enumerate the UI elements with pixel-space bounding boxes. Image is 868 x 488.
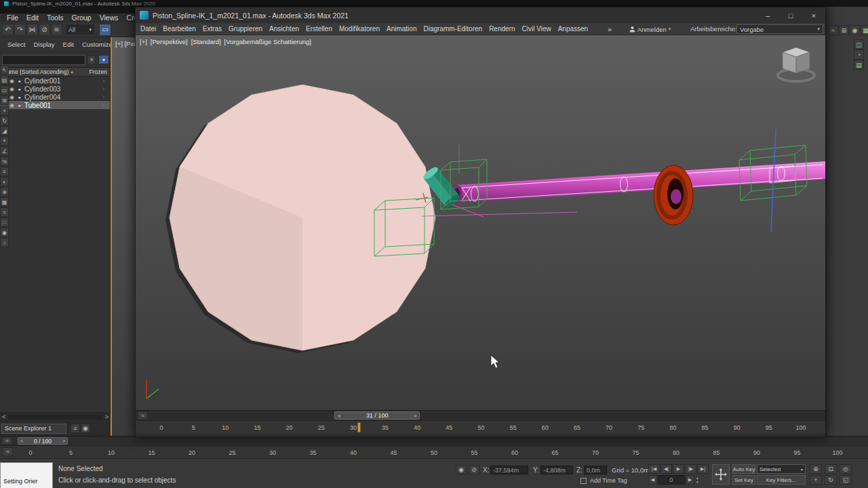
go-to-end-button[interactable]: ▶| [697, 464, 709, 474]
add-time-tag-button[interactable]: Add Time Tag [590, 477, 627, 484]
undo-icon[interactable]: ↶ [2, 24, 14, 35]
explorer-menu-display[interactable]: Display [30, 41, 58, 48]
toolbar-overflow-button[interactable]: » [608, 23, 612, 35]
minimize-button[interactable]: – [756, 7, 779, 23]
z-coordinate-field[interactable]: 0,0m [584, 466, 607, 474]
schematic-view-icon[interactable]: ⊞ [839, 25, 849, 35]
previous-frame-arrow[interactable]: < [20, 439, 23, 443]
signin-button[interactable]: Anmelden ▾ [627, 24, 685, 34]
explorer-search-input[interactable] [2, 55, 85, 65]
viewport-view-menu[interactable]: [Perspektive] [151, 38, 188, 45]
frozen-toggle[interactable]: ◦ [98, 102, 110, 108]
bg-menu-group[interactable]: Group [68, 14, 96, 22]
render-setup-icon[interactable]: ▦ [861, 25, 868, 35]
redo-icon[interactable]: ↷ [14, 24, 26, 35]
torus-object[interactable] [654, 165, 693, 225]
selection-filter-dropdown[interactable]: All ▾ [66, 24, 94, 35]
field-of-view-icon[interactable]: ◎ [840, 464, 852, 474]
curve-editor-icon[interactable]: ≈ [828, 25, 838, 35]
selection-region-icon[interactable]: ▭ [0, 85, 9, 95]
select-and-rotate-icon[interactable]: ↻ [0, 116, 9, 125]
zoom-extents-icon[interactable]: ⊡ [825, 464, 837, 474]
perspective-viewport[interactable]: [+] [Perspektive] [Standard] [Vorgabemäß… [136, 35, 825, 410]
unlink-selection-icon[interactable]: ⊘ [39, 24, 50, 35]
explorer-horizontal-scrollbar[interactable]: < > [0, 412, 111, 421]
explorer-menu-edit[interactable]: Edit [60, 41, 77, 48]
previous-frame-arrow[interactable]: < [338, 413, 341, 419]
background-time-slider[interactable]: ≈ < 0 / 100 > [0, 436, 868, 445]
set-keys-button[interactable] [712, 464, 730, 485]
command-panel-icon[interactable]: ▤ [854, 60, 864, 70]
filter-icon[interactable]: ▼ [98, 55, 109, 64]
go-to-start-button[interactable]: |◀ [648, 464, 660, 474]
y-coordinate-field[interactable]: -4,808m [540, 466, 573, 474]
key-filters-button[interactable]: Key Filters... [757, 475, 806, 485]
explorer-row-cylinder004[interactable]: ◉●Cylinder004◦ [0, 93, 110, 101]
scroll-right-icon[interactable]: > [105, 413, 108, 420]
foreground-titlebar[interactable]: Piston_Spline-IK_1_m2021_01.max - Autode… [136, 7, 825, 23]
selection-lock-toggle[interactable]: ⊘ [469, 465, 479, 474]
select-and-scale-icon[interactable]: ◢ [0, 126, 9, 136]
background-viewport-label[interactable]: [+] [Persp [115, 40, 135, 47]
previous-frame-button[interactable]: ◀ [648, 475, 657, 485]
align-icon[interactable]: ⊕ [0, 187, 9, 197]
scrollbar-track[interactable] [8, 415, 102, 420]
viewport-standard-menu[interactable]: [Standard] [191, 38, 221, 45]
auto-key-button[interactable]: Auto Key [732, 464, 755, 474]
name-column-header[interactable]: Name (Sorted Ascending) [3, 68, 68, 75]
orbit-icon[interactable]: ↻ [825, 475, 837, 485]
pan-icon[interactable]: + [810, 475, 822, 485]
piston-disc-object[interactable] [165, 85, 435, 353]
active-selection-region-icon[interactable]: ▭ [99, 24, 111, 36]
background-viewport[interactable]: [+] [Persp [111, 37, 135, 436]
named-sets-icon[interactable]: ≡ [0, 167, 9, 176]
explorer-column-header[interactable]: Name (Sorted Ascending) ▲ Frozen [0, 67, 110, 77]
x-coordinate-field[interactable]: -37,594m [490, 466, 528, 474]
fg-menu-erstellen[interactable]: Erstellen [302, 23, 336, 35]
viewport-shading-menu[interactable]: [Vorgabemäßige Schattierung] [224, 38, 311, 45]
window-crossing-icon[interactable]: ⊞ [0, 96, 9, 105]
explorer-row-tube001[interactable]: ◉●Tube001◦ [0, 101, 110, 109]
scroll-left-icon[interactable]: < [2, 413, 5, 420]
workspace-dropdown[interactable]: Vorgabe ▾ [736, 24, 823, 34]
maxscript-mini-listener[interactable]: Setting Orier [0, 462, 53, 488]
scene-explorer-tab[interactable]: Scene Explorer 1 [1, 424, 66, 434]
explorer-settings-icon[interactable]: ◉ [81, 424, 90, 433]
piston-rod-object[interactable] [452, 161, 825, 203]
rendered-frame-icon[interactable]: ◫ [854, 39, 864, 49]
schematic-view-icon[interactable]: ∷ [0, 218, 9, 227]
background-time-slider-handle[interactable]: < 0 / 100 > [18, 437, 68, 445]
fg-menu-gruppieren[interactable]: Gruppieren [225, 23, 266, 35]
curve-editor-icon[interactable]: ≈ [0, 207, 9, 217]
explorer-row-cylinder001[interactable]: ▸◉●Cylinder001◦ [0, 77, 110, 85]
fg-menu-diagramm-editoren[interactable]: Diagramm-Editoren [420, 23, 486, 35]
fg-menu-datei[interactable]: Datei [137, 23, 159, 35]
play-button[interactable]: ▶ [673, 464, 684, 474]
bg-menu-edit[interactable]: Edit [22, 14, 43, 22]
next-frame-button[interactable]: ▶ [686, 475, 694, 485]
track-bar[interactable]: 0510152025303540455055606570758085909510… [136, 420, 825, 434]
selected-set-dropdown[interactable]: Selected ▾ [757, 464, 806, 474]
zoom-icon[interactable]: ⊕ [810, 464, 822, 474]
select-object-icon[interactable]: ↖ [0, 65, 9, 75]
material-editor-icon[interactable]: ◉ [0, 228, 9, 237]
frozen-toggle[interactable]: ◦ [98, 78, 110, 84]
mini-curve-editor-button[interactable]: ≈ [2, 437, 12, 445]
frozen-toggle[interactable]: ◦ [98, 86, 110, 92]
background-track-bar[interactable]: ≈ 05101520253035404550556065707580859095… [0, 445, 868, 458]
previous-frame-button[interactable]: ◀| [660, 464, 672, 474]
fg-menu-civil-view[interactable]: Civil View [519, 23, 555, 35]
percent-snap-icon[interactable]: % [0, 157, 9, 166]
maximize-button[interactable]: □ [779, 7, 802, 23]
frozen-toggle[interactable]: ◦ [98, 94, 110, 100]
viewcube[interactable] [772, 43, 820, 85]
bg-menu-tools[interactable]: Tools [43, 14, 68, 22]
mini-curve-editor-button[interactable]: ≈ [138, 411, 148, 420]
layer-manager-icon[interactable]: ▦ [0, 197, 9, 207]
set-key-button[interactable]: Set Key [732, 475, 755, 485]
bind-to-space-warp-icon[interactable]: ≋ [51, 24, 62, 35]
snap-toggle-icon[interactable]: ∠ [0, 146, 9, 156]
material-editor-icon[interactable]: ◉ [850, 25, 860, 35]
mirror-icon[interactable]: ◐ [0, 177, 9, 186]
fg-menu-extras[interactable]: Extras [199, 23, 225, 35]
